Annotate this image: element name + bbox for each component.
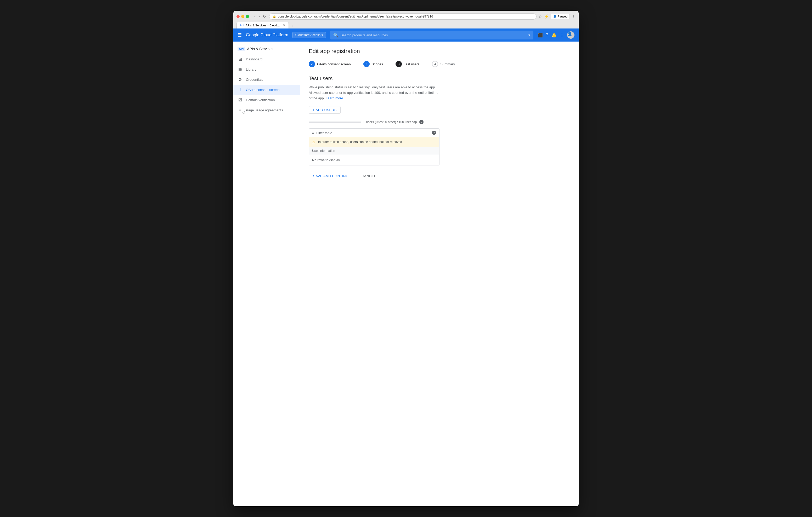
warning-icon: ⚠ — [312, 140, 316, 144]
step-label-scopes: Scopes — [372, 62, 383, 66]
sidebar-item-library[interactable]: ▦ Library — [233, 64, 300, 74]
sidebar-title: APIs & Services — [247, 47, 273, 51]
step-connector-1 — [352, 64, 362, 64]
sidebar-label-library: Library — [246, 67, 256, 71]
progress-help-icon[interactable]: ? — [419, 120, 424, 124]
cloud-shell-icon[interactable]: ⬛ — [538, 33, 543, 38]
tabs-bar: API APIs & Services – Cloudflare A... ✕ … — [236, 22, 576, 29]
action-buttons: SAVE AND CONTINUE CANCEL — [309, 172, 570, 180]
extensions-icon[interactable]: ⚡ — [544, 14, 549, 19]
sidebar-label-dashboard: Dashboard — [246, 57, 263, 61]
step-scopes: ✓ Scopes — [364, 61, 383, 67]
sidebar-item-oauth[interactable]: ⁝ OAuth consent screen — [233, 85, 300, 95]
address-bar[interactable]: 🔒 console.cloud.google.com/apis/credenti… — [269, 13, 536, 20]
library-icon: ▦ — [237, 67, 243, 72]
minimize-button[interactable] — [241, 15, 244, 18]
progress-section: 0 users (0 test, 0 other) / 100 user cap… — [309, 120, 570, 124]
browser-chrome: ‹ › ↻ 🔒 console.cloud.google.com/apis/cr… — [233, 11, 579, 29]
browser-controls: ‹ › ↻ 🔒 console.cloud.google.com/apis/cr… — [236, 13, 576, 20]
step-label-oauth: OAuth consent screen — [317, 62, 351, 66]
traffic-lights — [236, 15, 249, 18]
tab-title: APIs & Services – Cloudflare A... — [245, 24, 281, 27]
topbar-actions: ⬛ ? 🔔 ⋮ 👤 — [538, 31, 575, 39]
step-oauth: ✓ OAuth consent screen — [309, 61, 351, 67]
gcp-logo: Google Cloud Platform — [246, 33, 288, 37]
search-placeholder: Search products and resources — [341, 33, 526, 37]
save-and-continue-button[interactable]: SAVE AND CONTINUE — [309, 172, 355, 180]
api-badge: API — [237, 47, 245, 51]
close-button[interactable] — [236, 15, 240, 18]
domain-icon: ☑ — [237, 97, 243, 102]
main-layout: API APIs & Services ⊞ Dashboard ▦ Librar… — [233, 41, 579, 506]
step-circle-scopes: ✓ — [364, 61, 370, 67]
sidebar-item-credentials[interactable]: ⚙ Credentials — [233, 74, 300, 85]
back-button[interactable]: ‹ — [253, 14, 257, 19]
lock-icon: 🔒 — [272, 15, 276, 18]
browser-actions: ☆ ⚡ 👤 Paused ⋮ — [539, 14, 576, 19]
hamburger-menu-button[interactable]: ☰ — [237, 32, 242, 38]
new-tab-button[interactable]: + — [289, 24, 295, 29]
step-test-users: 3 Test users — [396, 61, 419, 67]
table-empty-state: No rows to display — [309, 155, 439, 165]
active-tab[interactable]: API APIs & Services – Cloudflare A... ✕ — [236, 22, 289, 29]
cloudflare-access-button[interactable]: Cloudflare Access ▾ — [292, 32, 326, 38]
table-column-header: User information — [309, 147, 439, 155]
more-options-icon[interactable]: ⋮ — [560, 33, 564, 38]
stepper: ✓ OAuth consent screen ✓ Scopes 3 Test u… — [309, 61, 570, 67]
user-avatar[interactable]: 👤 — [567, 31, 575, 39]
search-icon: 🔍 — [333, 33, 339, 38]
cloudflare-label: Cloudflare Access — [295, 33, 320, 37]
table-help-icon[interactable]: ? — [432, 131, 436, 135]
sidebar-label-oauth: OAuth consent screen — [246, 88, 280, 92]
notifications-icon[interactable]: 🔔 — [551, 33, 557, 38]
oauth-icon: ⁝ — [237, 87, 243, 92]
cancel-button[interactable]: CANCEL — [359, 172, 378, 180]
warning-text: In order to limit abuse, users can be ad… — [318, 140, 402, 144]
sidebar-item-domain[interactable]: ☑ Domain verification — [233, 95, 300, 105]
maximize-button[interactable] — [246, 15, 249, 18]
refresh-button[interactable]: ↻ — [262, 14, 267, 19]
dashboard-icon: ⊞ — [237, 57, 243, 62]
table-toolbar: ≡ Filter table ? — [309, 129, 439, 137]
step-connector-3 — [420, 64, 431, 64]
search-bar[interactable]: 🔍 Search products and resources ▾ — [330, 31, 533, 39]
chevron-down-icon: ▾ — [321, 33, 323, 37]
add-users-button[interactable]: + ADD USERS — [309, 106, 341, 114]
learn-more-link[interactable]: Learn more — [326, 96, 343, 100]
step-label-summary: Summary — [440, 62, 455, 66]
help-icon[interactable]: ? — [546, 33, 548, 37]
filter-input[interactable]: ≡ Filter table — [312, 131, 332, 135]
section-title: Test users — [309, 75, 570, 82]
sidebar-label-page-usage: Page usage agreements — [246, 108, 283, 112]
step-circle-oauth: ✓ — [309, 61, 315, 67]
sidebar-item-dashboard[interactable]: ⊞ Dashboard — [233, 54, 300, 64]
tab-favicon: API — [240, 24, 244, 27]
step-summary: 4 Summary — [432, 61, 455, 67]
progress-bar-track — [309, 122, 361, 123]
avatar-small: 👤 — [553, 15, 557, 18]
step-circle-test-users: 3 — [396, 61, 402, 67]
content-area: Edit app registration ✓ OAuth consent sc… — [300, 41, 579, 506]
tab-close-icon[interactable]: ✕ — [283, 24, 285, 27]
paused-button[interactable]: 👤 Paused — [551, 14, 570, 19]
credentials-icon: ⚙ — [237, 77, 243, 82]
menu-icon[interactable]: ⋮ — [572, 14, 576, 19]
step-label-test-users: Test users — [404, 62, 419, 66]
sidebar-label-credentials: Credentials — [246, 78, 263, 82]
users-table: ≡ Filter table ? ⚠ In order to limit abu… — [309, 128, 439, 165]
paused-label: Paused — [558, 15, 568, 18]
progress-label: 0 users (0 test, 0 other) / 100 user cap — [364, 120, 417, 124]
warning-banner: ⚠ In order to limit abuse, users can be … — [309, 137, 439, 147]
sidebar-label-domain: Domain verification — [246, 98, 275, 102]
sidebar-collapse-button[interactable]: ◁ — [242, 110, 245, 115]
nav-buttons: ‹ › ↻ — [253, 14, 267, 19]
step-circle-summary: 4 — [432, 61, 438, 67]
forward-button[interactable]: › — [258, 14, 261, 19]
bookmark-icon[interactable]: ☆ — [539, 14, 542, 19]
url-text: console.cloud.google.com/apis/credential… — [278, 14, 533, 18]
section-description: While publishing status is set to "Testi… — [309, 85, 439, 101]
sidebar-header: API APIs & Services — [233, 44, 300, 54]
page-title: Edit app registration — [309, 48, 570, 55]
filter-icon: ≡ — [312, 131, 314, 135]
browser-window: ‹ › ↻ 🔒 console.cloud.google.com/apis/cr… — [233, 11, 579, 506]
